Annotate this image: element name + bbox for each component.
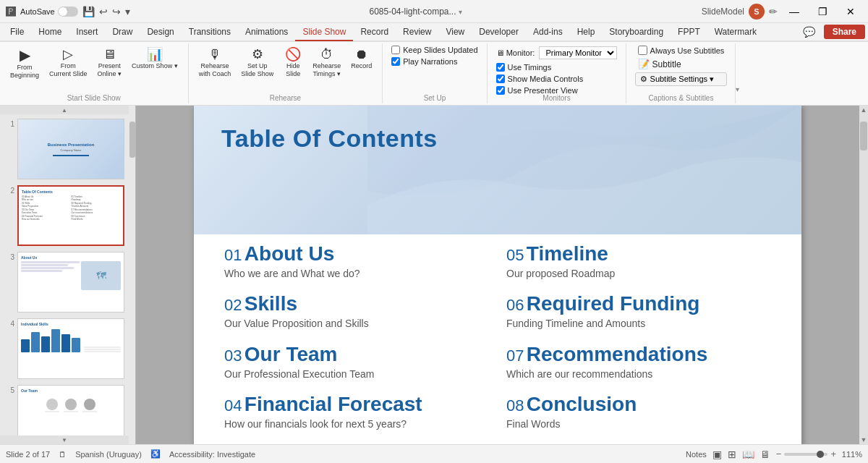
setup-slide-show-button[interactable]: ⚙ Set UpSlide Show bbox=[237, 45, 278, 81]
undo-icon[interactable]: ↩ bbox=[99, 6, 108, 17]
slide4-title: Individual Skills bbox=[21, 322, 121, 326]
tab-home[interactable]: Home bbox=[31, 24, 69, 40]
slide-thumb-3[interactable]: About Us 🗺 bbox=[17, 252, 124, 313]
slide-thumb-5[interactable]: Our Team bbox=[17, 385, 124, 436]
slide-sorter-icon[interactable]: ⊞ bbox=[728, 449, 736, 460]
dropdown-icon[interactable]: ▾ bbox=[459, 8, 462, 16]
toc-item-1-header: 01 About Us bbox=[224, 244, 489, 265]
slide-num-5: 5 bbox=[4, 385, 14, 394]
play-narrations-input[interactable] bbox=[391, 57, 400, 66]
tab-file[interactable]: File bbox=[3, 24, 31, 40]
right-scroll-thumb[interactable] bbox=[860, 122, 867, 150]
subtitle-icon: 📝 bbox=[638, 59, 650, 69]
autosave-switch[interactable]: Off bbox=[58, 7, 78, 17]
use-presenter-view-input[interactable] bbox=[496, 86, 505, 95]
always-subtitles-checkbox[interactable]: Always Use Subtitles bbox=[635, 45, 728, 56]
autosave-toggle[interactable]: AutoSave Off bbox=[20, 7, 78, 17]
tab-watermark[interactable]: Watermark bbox=[707, 24, 764, 40]
hide-slide-label: HideSlide bbox=[286, 62, 300, 78]
comments-icon[interactable]: 💬 bbox=[799, 25, 820, 39]
scroll-up-button[interactable]: ▲ bbox=[859, 106, 868, 114]
use-timings-checkbox[interactable]: Use Timings bbox=[493, 62, 621, 72]
slide-thumb-2[interactable]: Table Of Contents 01 About UsWho we are … bbox=[17, 185, 124, 246]
tab-developer[interactable]: Developer bbox=[472, 24, 526, 40]
save-icon[interactable]: 💾 bbox=[82, 6, 95, 17]
slide2-item1: 01 About UsWho we are bbox=[22, 195, 71, 201]
pen-icon[interactable]: ✏ bbox=[769, 6, 778, 17]
tab-add-ins[interactable]: Add-ins bbox=[526, 24, 570, 40]
tab-storyboarding[interactable]: Storyboarding bbox=[602, 24, 671, 40]
normal-view-icon[interactable]: ▣ bbox=[712, 449, 722, 460]
custom-show-button[interactable]: 📊 Custom Show ▾ bbox=[127, 45, 182, 73]
tab-slide-show[interactable]: Slide Show bbox=[295, 24, 353, 41]
record-icon: ⏺ bbox=[355, 48, 368, 61]
show-media-controls-input[interactable] bbox=[496, 75, 505, 83]
scroll-up-arrow[interactable]: ▲ bbox=[0, 106, 129, 114]
slide-item-4[interactable]: 4 Individual Skills bbox=[3, 317, 130, 381]
slide-thumb-4[interactable]: Individual Skills bbox=[17, 318, 124, 379]
from-beginning-button[interactable]: ▶ FromBeginning bbox=[6, 45, 43, 82]
tab-review[interactable]: Review bbox=[396, 24, 438, 40]
close-button[interactable]: ✕ bbox=[839, 3, 862, 20]
user-avatar[interactable]: S bbox=[749, 4, 765, 20]
slide-panel-scrollbar[interactable] bbox=[129, 122, 135, 158]
zoom-level[interactable]: 111% bbox=[839, 450, 862, 459]
rehearse-coach-button[interactable]: 🎙 Rehearsewith Coach bbox=[195, 45, 236, 81]
use-timings-input[interactable] bbox=[496, 63, 505, 72]
restore-button[interactable]: ❐ bbox=[811, 3, 835, 20]
tab-animations[interactable]: Animations bbox=[238, 24, 295, 40]
subtitle-settings-button[interactable]: ⚙ Subtitle Settings ▾ bbox=[635, 72, 728, 86]
scroll-down-arrow[interactable]: ▼ bbox=[0, 436, 129, 444]
keep-slides-checkbox[interactable]: Keep Slides Updated bbox=[388, 45, 480, 55]
play-narrations-checkbox[interactable]: Play Narrations bbox=[388, 56, 480, 67]
presenter-view-icon[interactable]: 🖥 bbox=[760, 449, 770, 460]
slide-thumb-1[interactable]: Business Presentation Company Name bbox=[17, 119, 124, 179]
slide-item-3[interactable]: 3 About Us bbox=[3, 250, 130, 314]
slide-item-5[interactable]: 5 Our Team bbox=[3, 383, 130, 436]
slide-item-1[interactable]: 1 Business Presentation Company Name bbox=[3, 117, 130, 181]
rehearse-timings-button[interactable]: ⏱ RehearseTimings ▾ bbox=[308, 45, 345, 81]
redo-icon[interactable]: ↪ bbox=[112, 6, 121, 17]
notes-button[interactable]: Notes bbox=[686, 450, 707, 459]
always-subtitles-input[interactable] bbox=[638, 46, 647, 55]
tab-record[interactable]: Record bbox=[353, 24, 396, 40]
zoom-in-icon[interactable]: + bbox=[830, 449, 836, 459]
titlebar-center: 6085-04-light-compa... ▾ bbox=[130, 7, 702, 17]
customize-icon[interactable]: ▾ bbox=[125, 6, 130, 17]
from-current-button[interactable]: ▷ FromCurrent Slide bbox=[45, 45, 92, 81]
record-button[interactable]: ⏺ Record bbox=[346, 45, 376, 73]
tab-transitions[interactable]: Transitions bbox=[182, 24, 238, 40]
reading-view-icon[interactable]: 📖 bbox=[742, 449, 754, 460]
ribbon-expand-icon[interactable]: ▾ bbox=[736, 85, 739, 93]
minimize-button[interactable]: — bbox=[782, 3, 807, 20]
title-bar: 🅿 AutoSave Off 💾 ↩ ↪ ▾ 6085-04-light-com… bbox=[0, 0, 868, 23]
slide-item-2[interactable]: 2 Table Of Contents 01 About UsWho we ar… bbox=[3, 184, 130, 247]
zoom-slider[interactable] bbox=[784, 453, 827, 456]
show-media-controls-checkbox[interactable]: Show Media Controls bbox=[493, 74, 621, 84]
ribbon-tabs: File Home Insert Draw Design Transitions… bbox=[0, 23, 868, 42]
notes-icon: 🗒 bbox=[59, 450, 67, 459]
monitor-select[interactable]: Primary Monitor bbox=[539, 46, 617, 59]
toc-item-3-sub: Our Professional Execution Team bbox=[224, 368, 489, 380]
present-online-button[interactable]: 🖥 PresentOnline ▾ bbox=[93, 45, 127, 81]
hide-slide-button[interactable]: 🚫 HideSlide bbox=[279, 45, 307, 81]
toc-item-8-title: Conclusion bbox=[527, 393, 637, 415]
scroll-down-button[interactable]: ▼ bbox=[859, 436, 868, 444]
tab-help[interactable]: Help bbox=[570, 24, 603, 40]
share-button[interactable]: Share bbox=[824, 25, 865, 39]
captions-options: Always Use Subtitles 📝 Subtitle ⚙ Subtit… bbox=[635, 45, 728, 96]
toc-item-2-header: 02 Skills bbox=[224, 294, 489, 315]
right-scrollbar[interactable]: ▲ ▼ bbox=[859, 106, 868, 444]
keep-slides-input[interactable] bbox=[391, 46, 400, 54]
tab-draw[interactable]: Draw bbox=[105, 24, 140, 40]
toc-item-5: 05 Timeline Our proposed Roadmap bbox=[498, 238, 780, 288]
keep-slides-label: Keep Slides Updated bbox=[403, 46, 477, 54]
slide1-sub: Company Name bbox=[61, 148, 82, 152]
tab-view[interactable]: View bbox=[438, 24, 472, 40]
tab-design[interactable]: Design bbox=[140, 24, 181, 40]
tab-insert[interactable]: Insert bbox=[69, 24, 105, 40]
toc-item-3-title: Our Team bbox=[244, 343, 338, 365]
zoom-out-icon[interactable]: − bbox=[776, 449, 782, 459]
tab-fppt[interactable]: FPPT bbox=[671, 24, 707, 40]
from-beginning-icon: ▶ bbox=[20, 48, 30, 62]
